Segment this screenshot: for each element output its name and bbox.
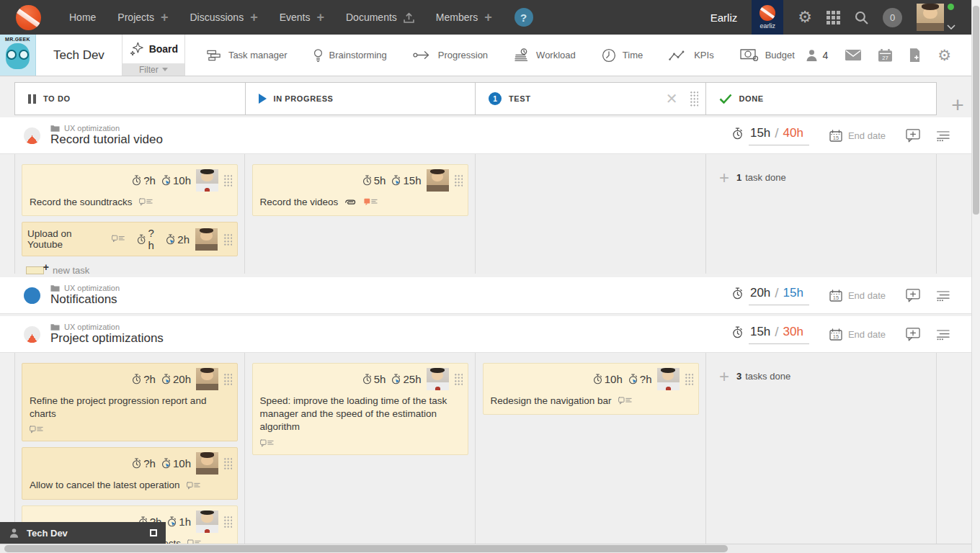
export-document-icon[interactable] [909,48,920,62]
cell-in-progress: 5h 15h Record the videos [245,154,476,274]
calendar-icon[interactable]: 27 [878,49,892,62]
stopwatch-icon [731,326,744,338]
add-column-button[interactable]: + [941,88,974,122]
account-name[interactable]: Earliz [710,12,738,24]
nav-documents[interactable]: Documents [335,0,425,35]
card-drag-handle-icon[interactable] [223,174,232,186]
task-list-icon[interactable] [934,328,950,341]
vertical-scrollbar[interactable] [971,0,980,553]
vertical-scrollbar-thumb[interactable] [973,6,979,215]
notifications-badge[interactable]: 0 [883,8,902,27]
card-drag-handle-icon[interactable] [454,174,463,186]
lane-title[interactable]: Record tutorial video [50,133,163,147]
lane-title[interactable]: Notifications [50,293,120,307]
filter-dropdown[interactable]: Filter [122,63,184,76]
task-card-redesign-navigation-bar[interactable]: 10h ?h Redesign the navigation bar [483,363,699,415]
settings-gear-icon[interactable]: ⚙ [798,9,812,25]
add-comment-icon[interactable] [906,289,921,302]
spent-time: ?h [628,373,652,385]
add-project-icon[interactable]: + [161,11,169,24]
column-in-progress[interactable]: IN PROGRESS [246,83,476,114]
lane-title[interactable]: Project optimizations [50,332,164,346]
end-date-button[interactable]: 15 End date [829,289,886,302]
task-card-refine-report[interactable]: ?h 20h Refine the project progression re… [22,363,238,441]
help-button[interactable]: ? [514,8,533,27]
project-members-button[interactable]: 4 [805,49,828,61]
lane-hours[interactable]: 15h / 30h [731,324,809,344]
task-card-upload-on-youtube[interactable]: Upload on Youtube ?h 2h [22,222,238,256]
add-event-icon[interactable]: + [316,11,324,24]
nav-discussions[interactable]: Discussions+ [179,0,268,35]
tab-kpis[interactable]: KPIs [669,50,713,60]
project-settings-gear-icon[interactable]: ⚙ [937,48,951,63]
add-discussion-icon[interactable]: + [250,11,258,24]
add-comment-icon[interactable] [906,328,921,341]
search-icon[interactable] [855,11,868,24]
calendar-day-icon: 15 [829,328,842,341]
cell-done: + 1 task done [706,154,937,274]
task-list-icon[interactable] [934,130,950,142]
comment-icon [618,397,632,405]
project-avatar[interactable]: MR.GEEK [0,35,36,76]
tab-board[interactable]: Board Filter [122,35,185,76]
stopwatch-play-icon [391,374,401,385]
project-name[interactable]: Tech Dev [36,35,122,76]
nav-projects[interactable]: Projects+ [107,0,179,35]
horizontal-scrollbar[interactable] [0,544,971,553]
card-drag-handle-icon[interactable] [223,457,232,469]
user-avatar[interactable] [917,4,944,31]
card-drag-handle-icon[interactable] [223,373,232,385]
done-tasks-summary[interactable]: + 1 task done [706,161,936,183]
swimlane-body-record-tutorial-video: ?h 10h Record the soundtracks Upload on … [14,154,937,274]
add-comment-icon[interactable] [906,129,921,143]
person-icon [9,528,19,538]
close-column-icon[interactable]: ✕ [666,91,682,106]
tab-time[interactable]: Time [602,48,643,63]
task-card-record-the-soundtracks[interactable]: ?h 10h Record the soundtracks [22,164,238,216]
column-done[interactable]: DONE [706,83,937,114]
column-todo[interactable]: TO DO [15,83,246,114]
chat-expand-icon[interactable] [150,529,157,536]
folder-icon [50,125,60,132]
nav-members[interactable]: Members+ [425,0,503,35]
view-switcher: Task manager Brainstorming Progression W… [207,35,795,76]
apps-grid-icon[interactable] [827,11,840,24]
column-drag-handle-icon[interactable] [690,91,698,107]
tab-brainstorming[interactable]: Brainstorming [313,48,387,63]
nav-home[interactable]: Home [58,0,107,35]
end-date-button[interactable]: 15 End date [829,328,886,341]
swimlane-header-record-tutorial-video: UX optimization Record tutorial video 15… [0,117,971,154]
task-list-icon[interactable] [934,289,950,302]
chevron-down-icon[interactable] [947,24,956,30]
tab-task-manager[interactable]: Task manager [207,50,288,61]
end-date-button[interactable]: 15 End date [829,130,886,142]
new-task-button[interactable]: new task [26,265,244,276]
upload-icon[interactable] [404,12,414,23]
task-card-speed-improvements[interactable]: 5h 25h Speed: improve the loading time o… [252,363,468,455]
earliz-account-tile[interactable]: earliz [752,0,783,35]
earliz-logo-icon[interactable] [16,5,41,30]
card-drag-handle-icon[interactable] [223,233,232,246]
card-drag-handle-icon[interactable] [454,373,463,385]
svg-text:15: 15 [833,295,839,301]
chat-bar[interactable]: Tech Dev [0,522,166,544]
done-tasks-summary[interactable]: + 3 tasks done [706,359,936,382]
card-drag-handle-icon[interactable] [223,516,232,528]
user-menu[interactable] [917,0,956,35]
lane-hours[interactable]: 20h / 15h [731,285,809,305]
task-card-record-the-videos[interactable]: 5h 15h Record the videos [252,164,468,216]
lane-hours[interactable]: 15h / 40h [731,125,809,145]
card-drag-handle-icon[interactable] [685,373,693,385]
tab-workload[interactable]: Workload [514,48,576,62]
mail-icon[interactable] [845,50,861,60]
tab-budget[interactable]: Budget [740,49,795,61]
column-test[interactable]: 1 TEST ✕ [476,83,706,114]
task-card-cancel-operation[interactable]: ?h 10h Allow to cancel the latest operat… [22,447,238,499]
estimated-time: 5h [362,373,386,385]
new-task-swatch-icon [26,266,44,274]
tab-progression[interactable]: Progression [413,50,488,60]
add-member-icon[interactable]: + [484,11,492,24]
nav-events[interactable]: Events+ [269,0,335,35]
stopwatch-icon [136,234,146,245]
horizontal-scrollbar-thumb[interactable] [4,545,728,552]
